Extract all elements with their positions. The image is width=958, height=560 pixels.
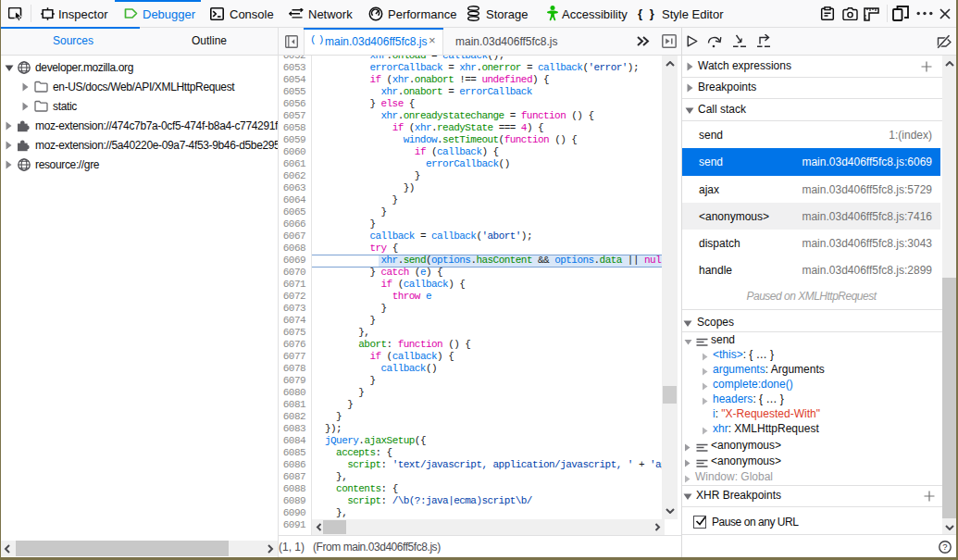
svg-text:?: ? <box>942 541 947 552</box>
